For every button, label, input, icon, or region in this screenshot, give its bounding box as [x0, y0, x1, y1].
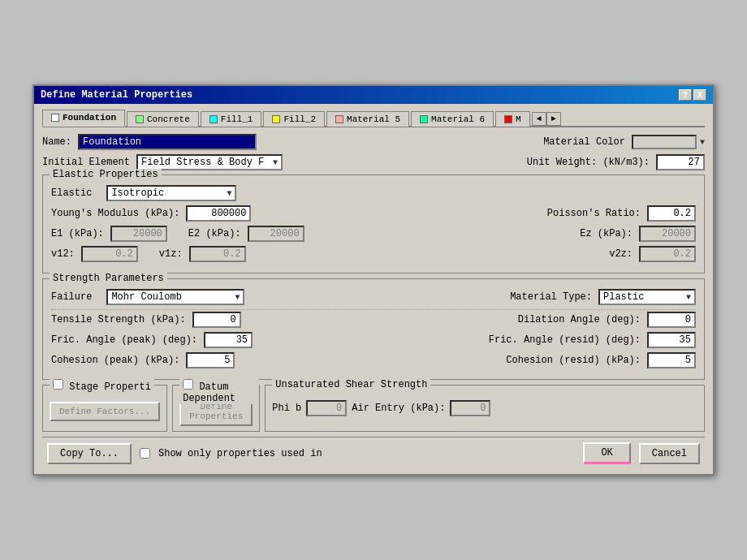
elastic-properties-group: Elastic Properties Elastic Isotropic ▼ Y… — [42, 174, 705, 274]
initial-element-dropdown[interactable]: Field Stress & Body F ▼ — [136, 154, 283, 170]
ok-button[interactable]: OK — [583, 442, 630, 464]
tab-nav-back[interactable]: ◄ — [532, 112, 546, 126]
failure-criterion-value: Mohr Coulomb — [111, 291, 181, 303]
tab-color-concrete — [136, 115, 144, 123]
unsaturated-shear-group-label: Unsaturated Shear Strength — [272, 379, 430, 390]
fric-angle-peak-input[interactable] — [204, 332, 253, 348]
poissons-ratio-input[interactable] — [647, 205, 696, 222]
tab-material5[interactable]: Material 5 — [326, 111, 409, 127]
tab-m[interactable]: M — [495, 111, 530, 127]
v2z-label: v2z: — [609, 248, 633, 260]
help-button[interactable]: ? — [679, 89, 692, 101]
youngs-modulus-input[interactable] — [186, 205, 251, 222]
elastic-properties-content: Elastic Isotropic ▼ Young's Modulus (kPa… — [51, 185, 696, 262]
elastic-label: Elastic — [51, 187, 92, 199]
dialog-window: Define Material Properties ? X Foundatio… — [32, 84, 715, 476]
tab-color-foundation — [51, 114, 59, 122]
bottom-section: Stage Properti Define Factors... Datum D… — [42, 385, 705, 432]
dialog-body: Foundation Concrete Fill_1 Fill_2 Materi… — [34, 104, 713, 474]
strength-parameters-content: Failure Mohr Coulomb ▼ Material Type: Pl… — [51, 289, 696, 368]
initial-element-row: Initial Element Field Stress & Body F ▼ … — [42, 154, 705, 170]
material-type-dropdown[interactable]: Plastic ▼ — [598, 289, 696, 305]
strength-parameters-group: Strength Parameters Failure Mohr Coulomb… — [42, 278, 705, 380]
poissons-ratio-label: Poisson's Ratio: — [547, 208, 641, 219]
fric-angle-row: Fric. Angle (peak) (deg): Fric. Angle (r… — [51, 332, 696, 348]
material-type-value: Plastic — [603, 291, 644, 303]
tab-fill2[interactable]: Fill_2 — [263, 111, 325, 127]
close-button[interactable]: X — [693, 89, 706, 101]
tab-label-concrete: Concrete — [147, 114, 190, 124]
color-dropdown-arrow: ▼ — [700, 138, 705, 147]
tab-color-material6 — [420, 115, 428, 123]
tab-label-fill1: Fill_1 — [221, 114, 253, 124]
fric-angle-resid-input[interactable] — [647, 332, 696, 348]
initial-element-label: Initial Element — [42, 157, 130, 168]
elastic-type-dropdown[interactable]: Isotropic ▼ — [106, 185, 236, 201]
failure-label: Failure — [51, 291, 92, 303]
datum-checkbox[interactable] — [183, 379, 193, 390]
e1-label: E1 (kPa): — [51, 228, 104, 239]
initial-element-value: Field Stress & Body F — [141, 157, 264, 168]
tab-fill1[interactable]: Fill_1 — [201, 111, 262, 127]
v1z-label: v1z: — [159, 248, 183, 260]
air-entry-label: Air Entry (kPa): — [352, 403, 445, 414]
elastic-properties-label: Elastic Properties — [50, 169, 162, 180]
fric-angle-peak-label: Fric. Angle (peak) (deg): — [51, 334, 197, 346]
show-only-checkbox[interactable] — [140, 448, 150, 459]
stage-properties-group-label: Stage Properti — [50, 379, 154, 393]
cancel-button[interactable]: Cancel — [639, 443, 700, 464]
tab-concrete[interactable]: Concrete — [127, 111, 199, 127]
fric-angle-resid-label: Fric. Angle (resid) (deg): — [489, 334, 641, 346]
dilation-angle-label: Dilation Angle (deg): — [518, 314, 641, 325]
dilation-angle-input[interactable] — [647, 312, 696, 328]
tensile-dilation-row: Tensile Strength (kPa): Dilation Angle (… — [51, 312, 696, 328]
cohesion-row: Cohesion (peak) (kPa): Cohesion (resid) … — [51, 352, 696, 368]
tab-material6[interactable]: Material 6 — [411, 111, 494, 127]
v1z-input — [189, 246, 246, 262]
v12-input — [81, 246, 138, 262]
ez-label: Ez (kPa): — [580, 228, 633, 239]
tabs-container: Foundation Concrete Fill_1 Fill_2 Materi… — [42, 109, 705, 127]
stage-properties-group: Stage Properti Define Factors... — [42, 385, 167, 432]
name-label: Name: — [42, 136, 71, 148]
tab-label-fill2: Fill_2 — [283, 114, 316, 124]
material-type-arrow: ▼ — [686, 293, 691, 302]
unit-weight-input[interactable] — [656, 154, 705, 170]
cohesion-peak-input[interactable] — [186, 352, 235, 368]
cohesion-peak-label: Cohesion (peak) (kPa): — [51, 355, 179, 366]
tab-foundation[interactable]: Foundation — [42, 110, 125, 127]
initial-element-arrow: ▼ — [273, 158, 278, 167]
unsaturated-shear-group: Unsaturated Shear Strength Phi b Air Ent… — [265, 385, 705, 432]
cohesion-resid-label: Cohesion (resid) (kPa): — [506, 355, 641, 366]
e-values-row: E1 (kPa): E2 (kPa): Ez (kPa): — [51, 226, 696, 242]
dialog-title: Define Material Properties — [41, 89, 192, 101]
name-row: Name: Material Color ▼ — [42, 134, 705, 150]
name-input[interactable] — [78, 134, 257, 150]
v2z-input — [639, 246, 696, 262]
tab-label-material5: Material 5 — [347, 114, 400, 124]
define-factors-button[interactable]: Define Factors... — [50, 402, 160, 421]
failure-criterion-dropdown[interactable]: Mohr Coulomb ▼ — [106, 289, 244, 305]
material-color-label: Material Color — [543, 136, 625, 148]
color-swatch — [632, 135, 697, 149]
cohesion-resid-input[interactable] — [647, 352, 696, 368]
tensile-strength-label: Tensile Strength (kPa): — [51, 314, 186, 325]
ez-input — [639, 226, 696, 242]
strength-parameters-label: Strength Parameters — [50, 273, 167, 284]
e1-input — [110, 226, 167, 242]
elastic-type-arrow: ▼ — [227, 189, 231, 198]
failure-row: Failure Mohr Coulomb ▼ Material Type: Pl… — [51, 289, 696, 305]
tab-nav-forward[interactable]: ► — [546, 112, 561, 126]
title-bar: Define Material Properties ? X — [34, 86, 713, 104]
copy-to-button[interactable]: Copy To... — [47, 443, 132, 464]
phi-b-label: Phi b — [272, 403, 301, 414]
stage-checkbox[interactable] — [53, 379, 63, 390]
material-color-dropdown[interactable]: ▼ — [632, 135, 705, 149]
v12-label: v12: — [51, 248, 75, 260]
elastic-type-row: Elastic Isotropic ▼ — [51, 185, 696, 201]
elastic-type-value: Isotropic — [111, 187, 164, 199]
failure-criterion-arrow: ▼ — [235, 293, 240, 302]
e2-input — [248, 226, 304, 242]
tensile-strength-input[interactable] — [192, 312, 241, 328]
air-entry-input — [450, 400, 490, 416]
